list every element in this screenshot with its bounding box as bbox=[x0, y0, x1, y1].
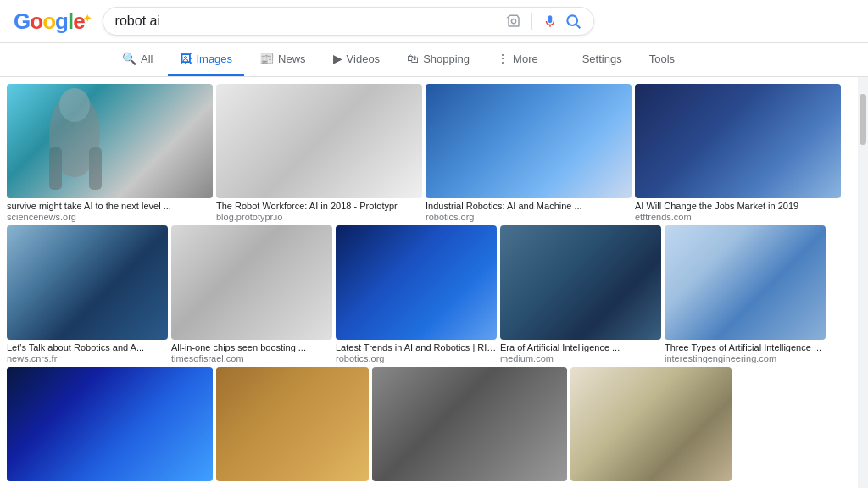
image-source-3: robotics.org bbox=[426, 212, 632, 222]
image-card-13[interactable] bbox=[570, 367, 732, 481]
image-grid: survive might take AI to the next level … bbox=[0, 77, 868, 488]
image-source-9: interestingengineering.com bbox=[665, 353, 826, 363]
image-source-5: news.cnrs.fr bbox=[7, 353, 168, 363]
search-input[interactable] bbox=[115, 14, 499, 29]
image-card-5[interactable]: Let's Talk about Robotics and A... news.… bbox=[7, 225, 168, 363]
image-title-1: survive might take AI to the next level … bbox=[7, 201, 213, 211]
image-title-4: AI Will Change the Jobs Market in 2019 bbox=[635, 201, 841, 211]
image-source-4: etftrends.com bbox=[635, 212, 841, 222]
image-card-12[interactable] bbox=[372, 367, 567, 481]
image-title-6: All-in-one chips seen boosting ... bbox=[171, 342, 332, 352]
image-card-6[interactable]: All-in-one chips seen boosting ... times… bbox=[171, 225, 332, 363]
videos-icon: ▶ bbox=[333, 52, 342, 65]
image-title-7: Latest Trends in AI and Robotics | RIA .… bbox=[336, 342, 497, 352]
image-source-1: sciencenews.org bbox=[7, 212, 213, 222]
images-icon: 🖼 bbox=[180, 52, 192, 65]
search-bar bbox=[103, 7, 594, 36]
svg-point-4 bbox=[59, 88, 90, 122]
divider bbox=[531, 13, 532, 30]
image-title-5: Let's Talk about Robotics and A... bbox=[7, 342, 168, 352]
all-icon: 🔍 bbox=[122, 52, 136, 65]
voice-search-button[interactable] bbox=[542, 14, 558, 29]
image-source-6: timesofisrael.com bbox=[171, 353, 332, 363]
image-title-9: Three Types of Artificial Intelligence .… bbox=[665, 342, 826, 352]
image-card-1[interactable]: survive might take AI to the next level … bbox=[7, 84, 213, 222]
tab-more[interactable]: ⋮ More bbox=[485, 43, 550, 76]
tab-news[interactable]: 📰 News bbox=[248, 43, 318, 76]
image-row-2: Let's Talk about Robotics and A... news.… bbox=[7, 225, 861, 363]
tab-settings[interactable]: Settings bbox=[570, 44, 634, 76]
nav-tabs: 🔍 All 🖼 Images 📰 News ▶ Videos 🛍 Shoppin… bbox=[0, 43, 868, 77]
image-card-9[interactable]: Three Types of Artificial Intelligence .… bbox=[665, 225, 826, 363]
image-card-10[interactable] bbox=[7, 367, 213, 481]
header: Google✦ bbox=[0, 0, 868, 43]
search-button[interactable] bbox=[565, 13, 581, 30]
tab-tools[interactable]: Tools bbox=[637, 44, 687, 76]
scrollbar[interactable] bbox=[858, 77, 868, 488]
image-source-8: medium.com bbox=[500, 353, 661, 363]
content-area: survive might take AI to the next level … bbox=[0, 77, 868, 488]
camera-search-button[interactable] bbox=[506, 14, 521, 29]
svg-line-2 bbox=[576, 25, 580, 29]
image-card-2[interactable]: The Robot Workforce: AI in 2018 - Protot… bbox=[216, 84, 422, 222]
tab-videos[interactable]: ▶ Videos bbox=[321, 43, 392, 76]
svg-point-1 bbox=[567, 15, 577, 25]
image-title-2: The Robot Workforce: AI in 2018 - Protot… bbox=[216, 201, 422, 211]
image-row-1: survive might take AI to the next level … bbox=[7, 84, 861, 222]
image-card-8[interactable]: Era of Artificial Intelligence ... mediu… bbox=[500, 225, 661, 363]
image-title-8: Era of Artificial Intelligence ... bbox=[500, 342, 661, 352]
image-card-7[interactable]: Latest Trends in AI and Robotics | RIA .… bbox=[336, 225, 497, 363]
tab-shopping[interactable]: 🛍 Shopping bbox=[395, 43, 481, 76]
shopping-icon: 🛍 bbox=[407, 52, 419, 65]
image-source-7: robotics.org bbox=[336, 353, 497, 363]
google-logo: Google✦ bbox=[14, 8, 92, 35]
svg-rect-6 bbox=[89, 147, 102, 190]
image-source-2: blog.prototypr.io bbox=[216, 212, 422, 222]
image-card-11[interactable] bbox=[216, 367, 369, 481]
more-icon: ⋮ bbox=[497, 52, 509, 65]
scrollbar-thumb[interactable] bbox=[860, 94, 866, 145]
image-card-3[interactable]: Industrial Robotics: AI and Machine ... … bbox=[426, 84, 632, 222]
svg-rect-5 bbox=[49, 147, 62, 190]
news-icon: 📰 bbox=[259, 52, 274, 65]
image-card-4[interactable]: AI Will Change the Jobs Market in 2019 e… bbox=[635, 84, 841, 222]
tab-all[interactable]: 🔍 All bbox=[110, 43, 164, 76]
svg-point-0 bbox=[511, 19, 515, 23]
image-row-3 bbox=[7, 367, 861, 481]
tab-images[interactable]: 🖼 Images bbox=[168, 43, 244, 76]
image-title-3: Industrial Robotics: AI and Machine ... bbox=[426, 201, 632, 211]
